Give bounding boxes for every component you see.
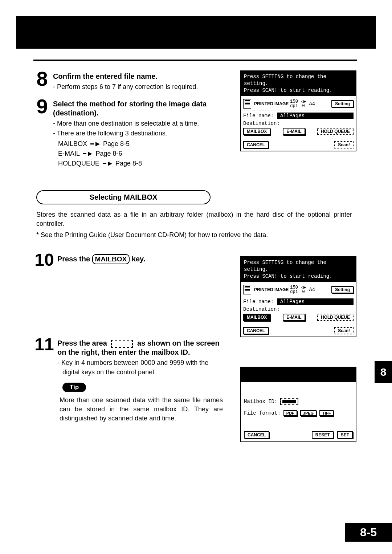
mailbox-button[interactable]: MAILBOX [243,128,270,135]
step-title: Press the area as shown on the screen on… [57,339,224,357]
tip-body: More than one scanned data with the same… [60,396,223,423]
rotate-icon: ◁▶ 0 [301,99,306,108]
lcd-msg-line: Press SCAN! to start reading. [244,273,353,280]
section-body: Stores the scanned data as a file in an … [36,210,352,228]
dest-label: E-MAIL [58,150,79,157]
step-title: Confirm the entered file name. [53,72,198,81]
mailbox-button-selected[interactable]: MAILBOX [243,314,270,321]
lcd-msg-line: Press SETTING to change the setting. [244,259,353,273]
step-bullet: Key in 4 numbers between 0000 and 9999 w… [57,358,224,376]
email-button[interactable]: E-MAIL [283,128,305,135]
holdqueue-button[interactable]: HOLD QUEUE [317,314,354,321]
scan-button[interactable]: Scan! [334,141,354,148]
chapter-tab: 8 [375,361,392,383]
step-number: 8 [33,70,51,88]
cancel-button[interactable]: CANCEL [243,327,269,334]
step-title: Press the MAILBOX key. [57,254,145,264]
section-header: Selecting MAILBOX [36,190,353,204]
pdf-button[interactable]: PDF [283,410,297,416]
lcd-screen-mailbox-id: Mailbox ID: File format: PDF JPEG TIFF C… [240,367,356,442]
dpi-unit: dpi [290,290,298,294]
file-name-field[interactable]: AllPages [277,113,354,119]
setting-button[interactable]: Setting [331,286,354,293]
page-number: 8-5 [345,523,392,542]
step-bullet: There are the following 3 destinations. [53,129,220,138]
dpi-unit: dpi [290,104,298,108]
content-divider [33,60,357,61]
file-name-label: File name: [243,299,274,305]
rotate-value: 0 [301,104,306,108]
step-title: Select the method for storing the image … [53,99,220,118]
file-name-label: File name: [243,113,274,119]
jpeg-button[interactable]: JPEG [300,410,317,416]
arrow-icon [95,142,100,146]
lcd-screen-mailbox-selected: Press SETTING to change the setting. Pre… [240,256,356,337]
file-name-field[interactable]: AllPages [277,298,354,305]
cancel-button[interactable]: CANCEL [244,431,269,439]
dest-label: MAILBOX [58,140,87,147]
reset-button[interactable]: RESET [312,431,334,439]
title-text: key. [130,255,145,263]
lcd-message: Press SETTING to change the setting. Pre… [241,257,356,282]
destination-option: MAILBOX Page 8-5 [58,139,220,149]
dpi-value: 150 dpi [290,99,298,108]
arrow-icon [83,153,86,154]
step-number: 11 [33,337,55,352]
printed-image-label: PRINTED IMAGE [254,287,289,292]
lcd-message-blank [241,367,356,382]
page-ref: Page 8-5 [103,140,130,147]
set-button[interactable]: SET [337,431,353,439]
tiff-button[interactable]: TIFF [319,410,334,416]
rotate-icon: ◁▶ 0 [301,285,306,294]
file-format-label: File format: [244,410,281,416]
arrow-icon [108,162,112,166]
tip-badge: Tip [62,383,86,392]
arrow-icon [103,163,106,164]
title-text: Press the area [57,339,109,347]
destination-option: HOLDQUEUE Page 8-8 [58,159,220,168]
scan-button[interactable]: Scan! [334,327,354,334]
title-text: Press the [57,255,92,263]
header-black-band [16,16,376,49]
dashed-area-icon [111,340,133,348]
arrow-icon [88,152,92,156]
paper-size: A4 [309,101,315,107]
rotate-value: 0 [301,290,306,294]
dpi-number: 150 [290,99,298,104]
destination-label: Destination: [241,121,356,128]
mailbox-id-field[interactable] [280,398,298,405]
printed-image-label: PRINTED IMAGE [254,101,289,106]
dpi-value: 150 dpi [290,285,298,294]
page-ref: Page 8-8 [115,160,142,167]
lcd-message: Press SETTING to change the setting. Pre… [241,71,356,96]
email-button[interactable]: E-MAIL [283,314,305,321]
document-icon [243,99,251,109]
lcd-screen-destination: Press SETTING to change the setting. Pre… [240,70,356,151]
dpi-number: 150 [290,285,298,290]
page-ref: Page 8-6 [95,150,122,157]
step-bullet: Perform steps 6 to 7 if any correction i… [53,82,198,91]
holdqueue-button[interactable]: HOLD QUEUE [317,128,354,135]
step-number: 10 [33,252,55,268]
mailbox-key: MAILBOX [92,254,130,264]
lcd-msg-line: Press SCAN! to start reading. [244,87,353,94]
paper-size: A4 [309,287,315,293]
section-body-note: * See the Printing Guide (User Document … [36,231,352,240]
document-icon [243,285,251,294]
step-bullet: More than one destination is selectable … [53,119,220,128]
mailbox-id-label: Mailbox ID: [244,399,277,404]
lcd-msg-line: Press SETTING to change the setting. [244,73,353,87]
step-number: 9 [33,97,51,115]
dest-label: HOLDQUEUE [58,160,99,167]
arrow-icon [90,143,94,144]
section-title: Selecting MAILBOX [36,190,211,204]
cancel-button[interactable]: CANCEL [243,141,269,148]
destination-option: E-MAIL Page 8-6 [58,149,220,159]
destination-label: Destination: [241,306,356,314]
setting-button[interactable]: Setting [331,100,354,107]
